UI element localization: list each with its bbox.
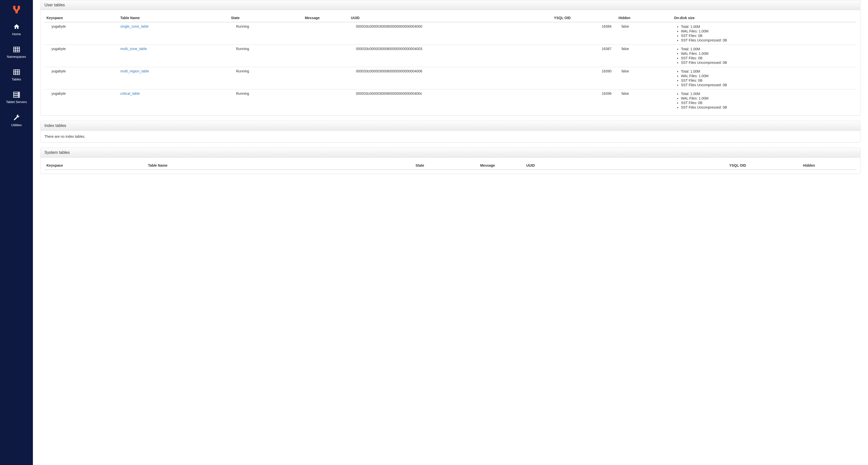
size-item: SST Files Uncompressed: 0B xyxy=(681,105,855,110)
cell-on-disk-size: Total: 1.00MWAL Files: 1.00MSST Files: 0… xyxy=(672,45,857,67)
col-header-ysql-oid: YSQL OID xyxy=(552,14,617,22)
sidebar-item-home[interactable]: Home xyxy=(0,22,33,37)
size-item: WAL Files: 1.00M xyxy=(681,74,855,78)
sidebar-item-utilities[interactable]: Utilities xyxy=(0,113,33,128)
cell-state: Running xyxy=(229,45,303,67)
cell-table-name: multi_zone_table xyxy=(118,45,229,67)
col-header-table-name: Table Name xyxy=(118,14,229,22)
table-name-link[interactable]: single_zone_table xyxy=(120,24,149,28)
col-header-hidden: Hidden xyxy=(801,162,857,170)
col-header-hidden: Hidden xyxy=(617,14,672,22)
size-item: SST Files: 0B xyxy=(681,56,855,60)
cell-uuid: 000033c000003000800000000000004000 xyxy=(349,22,552,45)
cell-ysql-oid: 16390 xyxy=(552,67,617,89)
table-row: yugabytesingle_zone_tableRunning000033c0… xyxy=(44,22,857,45)
user-tables-table: Keyspace Table Name State Message UUID Y… xyxy=(44,14,857,112)
size-item: Total: 1.00M xyxy=(681,24,855,29)
size-item: SST Files Uncompressed: 0B xyxy=(681,60,855,65)
sidebar-item-label: Tables xyxy=(12,78,21,81)
cell-on-disk-size: Total: 1.00MWAL Files: 1.00MSST Files: 0… xyxy=(672,89,857,112)
svg-point-15 xyxy=(18,96,19,97)
size-item: WAL Files: 1.00M xyxy=(681,51,855,56)
sidebar-item-tables[interactable]: Tables xyxy=(0,68,33,82)
size-item: WAL Files: 1.00M xyxy=(681,29,855,33)
sidebar-item-label: Utilities xyxy=(11,123,22,127)
svg-rect-0 xyxy=(13,47,20,52)
panel-user-tables: User tables Keyspace Table Name State Me… xyxy=(40,0,861,116)
table-grid-icon xyxy=(13,69,20,76)
cell-on-disk-size: Total: 1.00MWAL Files: 1.00MSST Files: 0… xyxy=(672,22,857,45)
size-item: SST Files Uncompressed: 0B xyxy=(681,38,855,42)
cell-on-disk-size: Total: 1.00MWAL Files: 1.00MSST Files: 0… xyxy=(672,67,857,89)
size-item: SST Files Uncompressed: 0B xyxy=(681,83,855,87)
table-row: yugabytecritical_tableRunning000033c0000… xyxy=(44,89,857,112)
cell-table-name: critical_table xyxy=(118,89,229,112)
home-icon xyxy=(13,23,20,31)
size-item: WAL Files: 1.00M xyxy=(681,96,855,100)
cell-ysql-oid: 16387 xyxy=(552,45,617,67)
size-item: SST Files: 0B xyxy=(681,33,855,38)
wrench-icon xyxy=(13,114,20,122)
svg-rect-5 xyxy=(13,69,20,75)
table-row: yugabytemulti_zone_tableRunning000033c00… xyxy=(44,45,857,67)
table-name-link[interactable]: multi_region_table xyxy=(120,69,149,73)
col-header-state: State xyxy=(229,14,303,22)
cell-hidden: false xyxy=(617,89,672,112)
col-header-uuid: UUID xyxy=(524,162,727,170)
sidebar: Home Namespaces Tables Tablet Servers Ut… xyxy=(0,0,33,465)
panel-title: User tables xyxy=(41,0,860,10)
cell-ysql-oid: 16384 xyxy=(552,22,617,45)
logo-icon xyxy=(12,5,21,15)
col-header-keyspace: Keyspace xyxy=(44,162,146,170)
cell-message xyxy=(303,22,349,45)
cell-message xyxy=(303,67,349,89)
col-header-table-name: Table Name xyxy=(146,162,413,170)
cell-hidden: false xyxy=(617,45,672,67)
cell-keyspace: yugabyte xyxy=(44,45,118,67)
sidebar-item-label: Tablet Servers xyxy=(6,100,27,104)
cell-table-name: single_zone_table xyxy=(118,22,229,45)
index-tables-empty-message: There are no index tables. xyxy=(44,135,857,139)
svg-point-14 xyxy=(18,94,19,95)
cell-table-name: multi_region_table xyxy=(118,67,229,89)
size-item: Total: 1.00M xyxy=(681,69,855,74)
cell-hidden: false xyxy=(617,67,672,89)
cell-keyspace: yugabyte xyxy=(44,22,118,45)
panel-title: Index tables xyxy=(41,121,860,131)
panel-system-tables: System tables Keyspace Table Name State … xyxy=(40,148,861,174)
table-grid-icon xyxy=(13,47,20,53)
table-name-link[interactable]: critical_table xyxy=(120,91,140,95)
panel-index-tables: Index tables There are no index tables. xyxy=(40,121,861,143)
cell-keyspace: yugabyte xyxy=(44,89,118,112)
cell-keyspace: yugabyte xyxy=(44,67,118,89)
cell-hidden: false xyxy=(617,22,672,45)
main-content: User tables Keyspace Table Name State Me… xyxy=(33,0,868,465)
sidebar-item-label: Namespaces xyxy=(7,55,26,59)
cell-uuid: 000033c000003000800000000000004006 xyxy=(349,67,552,89)
table-row: yugabytemulti_region_tableRunning000033c… xyxy=(44,67,857,89)
cell-uuid: 000033c000003000800000000000004003 xyxy=(349,45,552,67)
svg-point-13 xyxy=(18,92,19,93)
sidebar-item-namespaces[interactable]: Namespaces xyxy=(0,46,33,60)
col-header-on-disk-size: On-disk size xyxy=(672,14,857,22)
cell-message xyxy=(303,89,349,112)
col-header-message: Message xyxy=(303,14,349,22)
cell-uuid: 000033c00000300080000000000000400c xyxy=(349,89,552,112)
size-item: SST Files: 0B xyxy=(681,100,855,105)
sidebar-item-tablet-servers[interactable]: Tablet Servers xyxy=(0,91,33,105)
cell-state: Running xyxy=(229,89,303,112)
col-header-state: State xyxy=(414,162,478,170)
size-item: Total: 1.00M xyxy=(681,91,855,96)
cell-message xyxy=(303,45,349,67)
panel-title: System tables xyxy=(41,148,860,157)
table-name-link[interactable]: multi_zone_table xyxy=(120,47,147,51)
cell-ysql-oid: 16396 xyxy=(552,89,617,112)
size-item: SST Files: 0B xyxy=(681,78,855,83)
sidebar-item-label: Home xyxy=(12,32,21,36)
system-tables-table: Keyspace Table Name State Message UUID Y… xyxy=(44,162,857,170)
cell-state: Running xyxy=(229,22,303,45)
size-item: Total: 1.00M xyxy=(681,47,855,51)
col-header-message: Message xyxy=(478,162,524,170)
col-header-keyspace: Keyspace xyxy=(44,14,118,22)
server-icon xyxy=(13,92,20,98)
